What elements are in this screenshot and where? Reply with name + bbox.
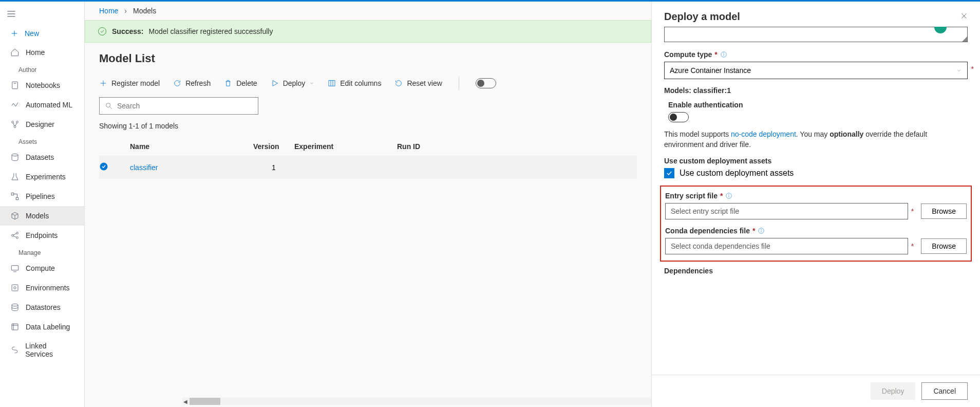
sidebar-item-compute[interactable]: Compute [0,258,84,278]
breadcrumb-home[interactable]: Home [99,7,118,15]
search-input[interactable] [117,102,253,110]
sidebar-item-datastores[interactable]: Datastores [0,298,84,317]
models-table: Name Version Experiment Run ID classifie… [85,137,651,179]
section-assets: Assets [0,134,84,147]
section-manage: Manage [0,245,84,258]
col-runid[interactable]: Run ID [397,142,479,151]
deploy-button[interactable]: Deploy [271,79,315,87]
info-icon[interactable] [720,51,727,58]
new-button[interactable]: New [0,24,84,43]
svg-rect-26 [329,81,335,86]
toolbar-divider [459,77,459,90]
reset-view-button[interactable]: Reset view [394,79,442,87]
svg-point-15 [16,237,18,239]
browse-conda-button[interactable]: Browse [921,238,967,254]
sidebar-item-label: Automated ML [26,101,72,109]
sidebar-item-linked-services[interactable]: Linked Services [0,337,84,363]
panel-title: Deploy a model [664,11,740,23]
new-label: New [25,29,39,38]
hamburger-menu[interactable] [0,6,84,24]
highlighted-section: Entry script file * Select entry script … [660,186,972,262]
sidebar-item-label: Home [26,48,45,57]
sidebar-item-notebooks[interactable]: Notebooks [0,76,84,95]
sidebar-item-experiments[interactable]: Experiments [0,167,84,187]
no-code-link[interactable]: no-code deployment [731,130,796,138]
dependencies-label: Dependencies [664,267,713,275]
enable-auth-label: Enable authentication [668,101,743,109]
sidebar-item-home[interactable]: Home [0,43,84,62]
close-button[interactable] [960,12,968,22]
tool-label: Register model [111,79,160,87]
name-input-area[interactable] [664,27,968,42]
svg-point-29 [106,103,110,107]
deploy-submit-button[interactable]: Deploy [871,382,916,400]
enable-auth-toggle[interactable] [668,112,689,122]
required-asterisk: * [714,50,717,59]
resize-handle-icon[interactable] [962,36,967,42]
entry-script-input[interactable]: Select entry script file [665,203,908,219]
status-badge-icon [934,27,947,33]
cancel-button[interactable]: Cancel [921,382,968,400]
edit-columns-button[interactable]: Edit columns [328,79,381,87]
sidebar-item-label: Experiments [26,173,66,181]
svg-rect-18 [12,285,18,291]
col-name[interactable]: Name [130,142,253,151]
tool-label: Edit columns [340,79,381,87]
required-asterisk: * [752,227,755,235]
table-row[interactable]: classifier 1 [99,156,637,179]
compute-type-select[interactable]: Azure Container Instance [664,62,968,79]
svg-rect-5 [12,82,18,89]
svg-point-42 [761,229,762,230]
register-model-button[interactable]: Register model [99,79,160,87]
info-icon[interactable] [725,192,732,199]
custom-assets-check-label: Use custom deployment assets [680,169,794,178]
svg-point-22 [99,28,106,35]
main-content: Home › Models Success: Model classifier … [85,2,651,407]
sidebar-item-models[interactable]: Models [0,206,84,226]
svg-rect-16 [11,266,18,270]
breadcrumb-separator: › [124,7,127,15]
sidebar-item-automated-ml[interactable]: Automated ML [0,95,84,115]
sidebar-item-data-labeling[interactable]: Data Labeling [0,317,84,337]
breadcrumb-current: Models [133,7,156,15]
view-toggle[interactable] [476,78,496,88]
sidebar-item-label: Environments [26,284,70,292]
delete-button[interactable]: Delete [224,79,257,87]
svg-rect-12 [16,197,18,200]
sidebar-item-designer[interactable]: Designer [0,115,84,134]
search-box[interactable] [99,97,258,115]
sidebar-item-pipelines[interactable]: Pipelines [0,187,84,206]
required-asterisk: * [720,192,723,200]
info-icon[interactable] [758,227,765,234]
sidebar-item-endpoints[interactable]: Endpoints [0,226,84,245]
result-count: Showing 1-1 of 1 models [85,120,651,137]
browse-entry-script-button[interactable]: Browse [921,203,967,219]
horizontal-scrollbar[interactable]: ◀ [182,398,651,405]
compute-type-value: Azure Container Instance [670,66,751,75]
sidebar-item-label: Notebooks [26,81,60,89]
svg-rect-11 [11,193,14,195]
row-check-icon[interactable] [99,162,130,173]
panel-footer: Deploy Cancel [652,375,980,407]
tool-label: Delete [236,79,257,87]
svg-point-19 [14,287,16,289]
svg-point-10 [12,154,18,156]
description-text: This model supports no-code deployment. … [664,130,968,150]
conda-label: Conda dependencies file [665,227,750,235]
sidebar-item-environments[interactable]: Environments [0,278,84,298]
svg-point-7 [12,121,14,123]
required-asterisk: * [911,207,914,215]
search-icon [105,102,113,110]
svg-point-31 [100,163,108,171]
sidebar: New Home Author Notebooks Automated ML D… [0,2,85,407]
svg-point-36 [724,53,724,53]
sidebar-item-datasets[interactable]: Datasets [0,147,84,167]
refresh-button[interactable]: Refresh [173,79,211,87]
banner-message: Model classifier registered successfully [148,27,273,35]
custom-assets-checkbox[interactable] [664,168,674,178]
svg-point-14 [16,232,18,234]
col-experiment[interactable]: Experiment [294,142,397,151]
sidebar-item-label: Endpoints [26,231,58,239]
col-version[interactable]: Version [253,142,294,151]
conda-file-input[interactable]: Select conda dependencies file [665,238,908,254]
